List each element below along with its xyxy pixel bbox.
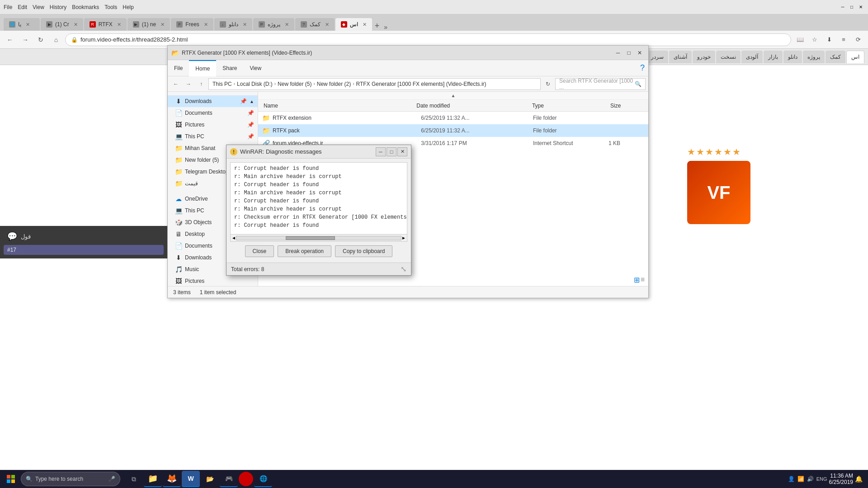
breadcrumb-newfolder5[interactable]: New folder (5) xyxy=(278,81,311,87)
taskbar-app2-btn[interactable]: 🎮 xyxy=(220,471,238,487)
wr-minimize-btn[interactable]: ─ xyxy=(376,147,386,156)
menu-view[interactable]: View xyxy=(33,4,44,10)
menu-edit[interactable]: Edit xyxy=(18,4,27,10)
fe-search[interactable]: Search RTFX Generator [1000 ... 🔍 xyxy=(555,78,646,90)
fe-help-btn[interactable]: ? xyxy=(640,63,648,73)
sidebar-item-documents[interactable]: 📄 Documents 📌 xyxy=(168,107,258,119)
tab-danlo-close[interactable]: ✕ xyxy=(243,22,247,28)
browser-close-btn[interactable]: ✕ xyxy=(857,4,864,11)
fe-up-btn[interactable]: ↑ xyxy=(196,79,207,89)
reader-mode-btn[interactable]: 📖 xyxy=(794,33,807,46)
fe-file-row-rtfx-pack[interactable]: 📁 RTFX pack 6/25/2019 11:32 A... File fo… xyxy=(258,124,648,137)
address-bar[interactable]: 🔒 forum.video-effects.ir/thread28285-2.h… xyxy=(65,33,791,46)
forward-btn[interactable]: → xyxy=(19,33,32,46)
sidebar-item-pics2[interactable]: 🖼 Pictures xyxy=(168,275,258,286)
sec-tab-sardar[interactable]: سردر xyxy=(646,51,668,63)
sec-tab-aloodi[interactable]: آلودی xyxy=(741,51,763,63)
taskbar-app3-btn[interactable] xyxy=(239,472,253,486)
sec-tab-ashna[interactable]: آشنای xyxy=(669,51,692,63)
sec-tab-project[interactable]: پروژه xyxy=(803,51,825,63)
tab-ya[interactable]: 🌐 یا ✕ xyxy=(4,18,40,31)
ribbon-tab-file[interactable]: File xyxy=(168,60,189,76)
sec-tab-komak[interactable]: کمک xyxy=(826,51,845,63)
tab-ne-close[interactable]: ✕ xyxy=(160,22,165,28)
sec-tab-naskheh[interactable]: نسخت xyxy=(716,51,741,63)
wr-break-btn[interactable]: Break operation xyxy=(278,245,331,257)
scroll-right-btn[interactable]: ► xyxy=(401,235,406,240)
ribbon-tab-home[interactable]: Home xyxy=(189,60,216,76)
wr-close-dialog-btn[interactable]: Close xyxy=(245,245,274,257)
new-tab-btn[interactable]: + xyxy=(373,21,382,31)
taskbar-wifi-icon[interactable]: 📶 xyxy=(797,476,804,482)
fe-forward-btn[interactable]: → xyxy=(183,79,194,89)
fe-breadcrumb[interactable]: This PC › Local Disk (D:) › New folder (… xyxy=(208,78,541,90)
tab-cr-close[interactable]: ✕ xyxy=(74,22,78,28)
taskbar-search-box[interactable]: 🔍 Type here to search 🎤 xyxy=(21,472,120,486)
sec-tab-active[interactable]: اس xyxy=(846,51,864,63)
menu-file[interactable]: File xyxy=(4,4,12,10)
menu-bookmarks[interactable]: Bookmarks xyxy=(72,4,99,10)
menu-help[interactable]: Help xyxy=(123,4,134,10)
tab-frees-close[interactable]: ✕ xyxy=(204,22,208,28)
taskbar-firefox-btn[interactable]: 🦊 xyxy=(163,471,181,487)
sidebar-item-thispc[interactable]: 💻 This PC 📌 xyxy=(168,131,258,142)
fe-back-btn[interactable]: ← xyxy=(170,79,181,89)
tab-active-close[interactable]: ✕ xyxy=(363,22,367,28)
sidebar-item-downloads[interactable]: ⬇ Downloads 📌 ▲ xyxy=(168,95,258,107)
taskbar-app4-btn[interactable]: 🌐 xyxy=(254,471,272,487)
taskbar-lang-btn[interactable]: ENG xyxy=(816,476,827,482)
wr-hscroll-thumb[interactable] xyxy=(286,236,335,240)
tab-cr[interactable]: ▶ (1) Cr ✕ xyxy=(41,18,83,31)
home-btn[interactable]: ⌂ xyxy=(50,33,62,46)
tab-frees[interactable]: F Frees ✕ xyxy=(171,18,213,31)
sync-btn[interactable]: ⟳ xyxy=(852,33,864,46)
tab-rtfx-close[interactable]: ✕ xyxy=(117,22,121,28)
browser-maximize-btn[interactable]: □ xyxy=(848,4,855,11)
tab-help-close[interactable]: ✕ xyxy=(325,22,329,28)
tab-help[interactable]: ? کمک ✕ xyxy=(295,18,335,31)
col-header-name[interactable]: Name xyxy=(262,103,415,109)
taskbar-fileexplorer-btn[interactable]: 📁 xyxy=(144,471,162,487)
sec-tab-bazar[interactable]: بازار xyxy=(764,51,783,63)
wr-copy-btn[interactable]: Copy to clipboard xyxy=(335,245,392,257)
wr-scrollbar[interactable]: ◄ ► xyxy=(230,235,407,242)
fe-file-row-rtfx-ext[interactable]: 📁 RTFX extension 6/25/2019 11:32 A... Fi… xyxy=(258,112,648,124)
taskbar-speaker-icon[interactable]: 🔊 xyxy=(807,476,814,482)
wr-maximize-btn[interactable]: □ xyxy=(387,147,396,156)
wr-close-btn[interactable]: ✕ xyxy=(397,147,407,156)
wr-hscroll-track[interactable] xyxy=(236,236,401,240)
taskbar-folder-btn[interactable]: 📂 xyxy=(201,471,219,487)
breadcrumb-newfolder2[interactable]: New folder (2) xyxy=(317,81,351,87)
taskbar-taskview-btn[interactable]: ⧉ xyxy=(125,471,143,487)
fe-refresh-btn[interactable]: ↻ xyxy=(542,79,553,89)
breadcrumb-locald[interactable]: Local Disk (D:) xyxy=(237,81,273,87)
tab-ya-close[interactable]: ✕ xyxy=(26,22,30,28)
tab-project[interactable]: P پروژه ✕ xyxy=(253,18,294,31)
tab-project-close[interactable]: ✕ xyxy=(285,22,289,28)
scroll-left-btn[interactable]: ◄ xyxy=(231,235,236,240)
col-header-type[interactable]: Type xyxy=(530,103,609,109)
downloads-btn[interactable]: ⬇ xyxy=(823,33,835,46)
fe-maximize-btn[interactable]: □ xyxy=(624,48,634,57)
menu-tools[interactable]: Tools xyxy=(104,4,117,10)
ribbon-tab-share[interactable]: Share xyxy=(216,60,243,76)
tab-rtfx[interactable]: R RTFX ✕ xyxy=(84,18,127,31)
taskbar-mic-icon[interactable]: 🎤 xyxy=(108,476,115,482)
taskbar-clock[interactable]: 11:36 AM 6/25/2019 xyxy=(829,473,853,485)
tab-ne[interactable]: ▶ (1) ne ✕ xyxy=(127,18,170,31)
breadcrumb-thispc[interactable]: This PC xyxy=(212,81,232,87)
ribbon-tab-view[interactable]: View xyxy=(243,60,268,76)
col-header-date[interactable]: Date modified xyxy=(415,103,530,109)
start-btn[interactable] xyxy=(2,471,20,487)
tab-overflow-btn[interactable]: » xyxy=(382,23,389,31)
sec-tab-danload[interactable]: دانلو xyxy=(783,51,802,63)
more-btn[interactable]: ≡ xyxy=(837,33,850,46)
col-header-size[interactable]: Size xyxy=(609,103,645,109)
wr-message-area[interactable]: r: Corrupt header is found r: Main archi… xyxy=(230,162,407,235)
tab-danlo[interactable]: ↓ دانلو ✕ xyxy=(214,18,252,31)
fe-close-btn[interactable]: ✕ xyxy=(635,48,645,57)
back-btn[interactable]: ← xyxy=(4,33,16,46)
taskbar-word-btn[interactable]: W xyxy=(182,471,200,487)
taskbar-person-icon[interactable]: 👤 xyxy=(788,476,795,482)
sec-tab-khodro[interactable]: خودرو xyxy=(693,51,715,63)
